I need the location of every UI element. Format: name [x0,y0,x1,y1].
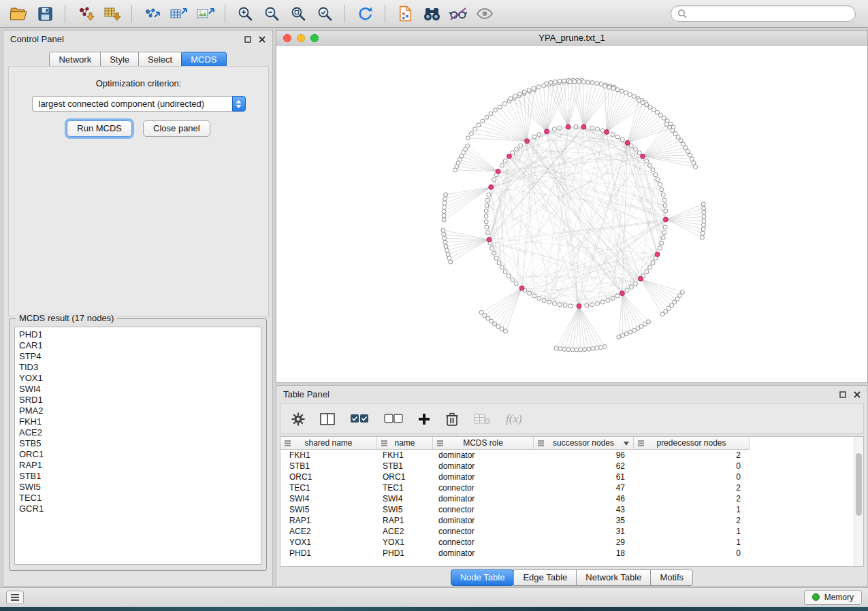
close-panel-icon[interactable] [854,391,861,398]
network-node[interactable] [591,346,595,350]
save-button[interactable] [33,3,57,24]
network-node[interactable] [442,214,446,218]
result-item[interactable]: RAP1 [15,460,261,471]
table-cell[interactable]: YOX1 [280,537,377,548]
result-item[interactable]: STB5 [15,438,261,449]
apply-layout-button[interactable] [353,3,376,24]
network-node[interactable] [469,131,473,135]
network-node[interactable] [662,198,666,202]
float-panel-icon[interactable] [839,391,846,398]
network-node[interactable] [547,300,551,304]
network-node[interactable] [621,333,625,337]
network-node[interactable] [473,127,477,131]
network-node[interactable] [702,206,706,210]
maximize-window-icon[interactable] [310,34,319,42]
network-node[interactable] [656,178,660,182]
network-node[interactable] [517,92,521,96]
network-node[interactable] [632,95,636,99]
network-node[interactable] [620,89,624,93]
network-node[interactable] [484,209,488,213]
zoom-selected-button[interactable] [313,3,336,24]
network-hub-node[interactable] [620,291,625,296]
table-scrollbar[interactable] [854,437,863,566]
network-node[interactable] [590,81,594,85]
network-hub-node[interactable] [664,217,669,222]
table-cell[interactable]: dominator [433,461,534,472]
network-node[interactable] [701,202,705,206]
network-node[interactable] [558,126,562,130]
network-node[interactable] [444,244,448,248]
table-cell[interactable]: 1 [634,504,750,515]
table-cell[interactable]: SWI5 [377,504,433,515]
network-node[interactable] [442,232,446,236]
network-node[interactable] [658,182,662,186]
network-svg[interactable] [276,46,867,382]
network-node[interactable] [503,269,507,274]
table-cell[interactable]: dominator [433,493,534,504]
show-details-button[interactable] [473,3,496,24]
network-node[interactable] [607,85,611,89]
network-node[interactable] [558,79,562,83]
network-node[interactable] [575,348,579,352]
table-cell[interactable]: SWI4 [280,493,377,504]
result-item[interactable]: SWI4 [15,384,261,395]
network-node[interactable] [485,198,489,202]
result-item[interactable]: SRD1 [15,395,261,406]
network-window-titlebar[interactable]: YPA_prune.txt_1 [276,31,867,46]
network-hub-node[interactable] [605,130,609,135]
network-node[interactable] [692,161,696,165]
table-cell[interactable]: RAP1 [280,515,377,526]
network-node[interactable] [446,252,450,257]
dropdown-stepper[interactable] [232,96,246,112]
network-node[interactable] [679,139,683,143]
network-node[interactable] [615,135,620,139]
network-node[interactable] [447,256,451,260]
network-node[interactable] [602,84,607,88]
run-mcds-button[interactable]: Run MCDS [67,120,132,137]
result-item[interactable]: TEC1 [15,493,261,503]
function-builder-button[interactable]: f(x) [506,412,522,426]
result-item[interactable]: STB1 [15,471,261,482]
table-cell[interactable]: 46 [534,493,634,504]
network-node[interactable] [479,310,483,314]
network-node[interactable] [568,304,573,308]
table-cell[interactable]: 31 [534,526,634,537]
network-node[interactable] [536,85,541,89]
network-node[interactable] [563,303,567,308]
network-hub-node[interactable] [496,169,500,174]
network-canvas[interactable] [276,46,867,382]
open-button[interactable] [7,3,30,24]
network-node[interactable] [511,151,515,155]
network-hub-node[interactable] [519,286,524,291]
network-node[interactable] [490,246,494,250]
network-node[interactable] [443,197,447,201]
network-node[interactable] [500,265,504,269]
network-node[interactable] [466,136,470,140]
network-node[interactable] [442,218,446,222]
network-node[interactable] [498,105,502,109]
network-node[interactable] [554,346,558,350]
network-node[interactable] [485,225,489,229]
network-node[interactable] [492,251,496,255]
table-cell[interactable]: FKH1 [377,450,433,461]
network-hub-node[interactable] [545,129,549,134]
network-node[interactable] [590,126,594,130]
result-item[interactable]: STP4 [15,351,261,362]
table-cell[interactable]: 61 [534,472,634,482]
network-hub-node[interactable] [641,154,645,159]
network-node[interactable] [515,147,519,151]
table-cell[interactable]: connector [433,526,534,537]
table-cell[interactable]: 29 [534,537,634,548]
network-hub-node[interactable] [577,304,581,309]
network-node[interactable] [570,348,575,352]
network-node[interactable] [654,173,658,177]
table-cell[interactable]: YOX1 [377,537,433,548]
table-row[interactable]: YOX1YOX1connector291 [280,537,750,548]
network-node[interactable] [577,80,581,84]
network-node[interactable] [651,168,655,172]
network-node[interactable] [466,144,470,148]
table-cell[interactable]: 1 [634,537,750,548]
network-node[interactable] [494,256,498,260]
network-node[interactable] [663,225,667,229]
network-node[interactable] [628,93,632,97]
